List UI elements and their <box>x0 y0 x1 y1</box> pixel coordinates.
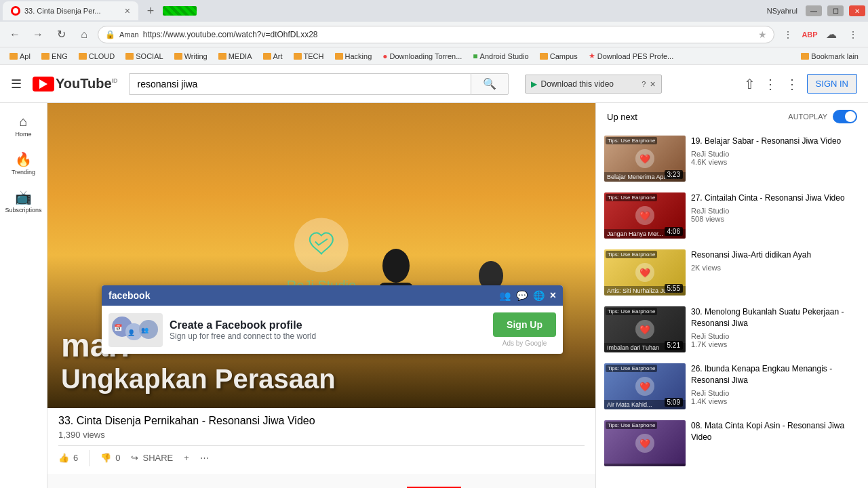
autoplay-toggle[interactable] <box>833 110 857 123</box>
facebook-ad-icons-group: 📅 👤 👥 <box>108 313 163 347</box>
bookmark-android-studio[interactable]: ■ Android Studio <box>469 50 532 62</box>
cloud-icon[interactable]: ☁ <box>822 25 841 44</box>
youtube-header: ☰ YouTubeID 🔍 ▶ Download this video ? × … <box>0 65 868 103</box>
upload-icon[interactable]: ⇧ <box>744 76 755 92</box>
list-item[interactable]: Tips: Use Earphone ❤️ Jangan Hanya Mer..… <box>596 187 868 244</box>
facebook-ad-content: Create a Facebook profile Sign up for fr… <box>170 319 486 341</box>
fb-people-icon: 👥 <box>499 290 511 301</box>
autoplay-section: AUTOPLAY <box>788 110 857 123</box>
video-player[interactable]: ReJi Studio <box>47 103 595 408</box>
add-to-button[interactable]: + <box>184 449 189 467</box>
recommended-video-list: Tips: Use Earphone ❤️ Belajar Menerima A… <box>596 130 868 488</box>
extensions-icon[interactable]: ⋮ <box>778 25 797 44</box>
youtube-main: ⌂ Home 🔥 Trending 📺 Subscriptions <box>0 103 868 488</box>
list-item[interactable]: Tips: Use Earphone ❤️ Air Mata Kahid... … <box>596 358 868 415</box>
chrome-menu-icon[interactable]: ⋮ <box>844 25 863 44</box>
sidebar-item-subscriptions[interactable]: 📺 Subscriptions <box>2 184 45 219</box>
tab-close-button[interactable]: × <box>125 5 130 16</box>
home-button[interactable]: ⌂ <box>75 25 94 44</box>
header-right: ⇧ ⋮ ⋮ SIGN IN <box>744 74 857 94</box>
maximize-button[interactable]: ☐ <box>827 5 844 16</box>
facebook-signup-button[interactable]: Sign Up <box>493 312 556 337</box>
signin-button[interactable]: SIGN IN <box>807 74 857 94</box>
facebook-ad-subtitle: Sign up for free and connect to the worl… <box>170 331 486 341</box>
list-item[interactable]: Tips: Use Earphone ❤️ 08. Mata Cinta Kop… <box>596 415 868 472</box>
download-question-icon[interactable]: ? <box>642 80 646 88</box>
forward-button[interactable]: → <box>28 25 47 44</box>
facebook-ad-header-icons: 👥 💬 🌐 × <box>499 289 556 302</box>
bookmark-art[interactable]: Art <box>259 51 287 62</box>
heart-thumb-icon: ❤️ <box>635 206 654 225</box>
search-bar: 🔍 <box>129 73 509 95</box>
close-button[interactable]: ✕ <box>849 5 865 16</box>
url-text[interactable]: https://www.youtube.com/watch?v=dtOhfDLx… <box>143 30 754 39</box>
bookmark-bookmark-lain[interactable]: Bookmark lain <box>797 51 863 62</box>
sidebar-header: Up next AUTOPLAY <box>596 103 868 130</box>
share-button[interactable]: ↪ SHARE <box>131 449 173 467</box>
bookmark-hacking[interactable]: Hacking <box>331 51 376 62</box>
bookmark-star-icon[interactable]: ★ <box>758 29 767 40</box>
video-info-section: 33. Cinta Disenja Pernikahan - Resonansi… <box>47 408 595 474</box>
fb-chat-icon: 💬 <box>516 290 528 301</box>
video-thumbnail: Tips: Use Earphone ❤️ Imbalan dari Tuhan… <box>604 306 686 352</box>
video-view-count: 2K views <box>691 264 860 272</box>
share-label: SHARE <box>142 453 173 463</box>
video-thumbnail: Tips: Use Earphone ❤️ Artis: Siti Nurhal… <box>604 249 686 296</box>
apps-icon[interactable]: ⋮ <box>764 76 777 92</box>
video-view-count: 1.7K views <box>691 340 860 348</box>
new-tab-button[interactable]: + <box>141 1 160 20</box>
video-section: ReJi Studio <box>47 103 595 488</box>
address-bar[interactable]: 🔒 Aman https://www.youtube.com/watch?v=d… <box>98 26 774 43</box>
recommended-video-title: 08. Mata Cinta Kopi Asin - Resonansi Jiw… <box>691 420 860 443</box>
download-banner: ▶ Download this video ? × <box>525 75 662 94</box>
download-close-button[interactable]: × <box>650 79 655 89</box>
adblock-icon[interactable]: ABP <box>800 25 819 44</box>
list-item[interactable]: Tips: Use Earphone ❤️ Artis: Siti Nurhal… <box>596 244 868 301</box>
bookmark-campus[interactable]: Campus <box>536 51 582 62</box>
video-view-count: 1.4K views <box>691 397 860 405</box>
bookmark-social[interactable]: SOCIAL <box>121 51 167 62</box>
browser-tab[interactable]: 33. Cinta Disenja Per... × <box>3 1 138 20</box>
bookmark-downloading-torrent[interactable]: ● Downloading Torren... <box>378 50 466 62</box>
reload-button[interactable]: ↻ <box>52 25 71 44</box>
search-input[interactable] <box>129 73 471 95</box>
bookmark-cloud[interactable]: CLOUD <box>75 51 119 62</box>
browser-frame: 33. Cinta Disenja Per... × + NSyahrul — … <box>0 0 868 488</box>
video-channel: ReJi Studio <box>691 389 860 397</box>
sidebar-item-home[interactable]: ⌂ Home <box>2 108 45 143</box>
title-bar: 33. Cinta Disenja Per... × + NSyahrul — … <box>0 0 868 22</box>
youtube-logo[interactable]: YouTubeID <box>33 76 118 92</box>
bookmark-apl[interactable]: Apl <box>5 51 35 62</box>
folder-icon <box>218 53 226 60</box>
youtube-logo-icon <box>33 77 54 92</box>
bookmark-eng[interactable]: ENG <box>37 51 72 62</box>
recommended-video-title: Resonansi Jiwa-Arti didikan Ayah <box>691 249 860 261</box>
video-thumbnail: Tips: Use Earphone ❤️ Jangan Hanya Mer..… <box>604 192 686 239</box>
facebook-ad-close-button[interactable]: × <box>550 289 556 302</box>
svg-text:📅: 📅 <box>114 323 123 332</box>
video-view-count: 4.6K views <box>691 158 860 166</box>
video-meta: 27. Cintailah Cinta - Resonansi Jiwa Vid… <box>691 192 860 239</box>
dislike-button[interactable]: 👎 0 <box>100 449 120 467</box>
like-button[interactable]: 👍 6 <box>58 449 78 467</box>
bookmark-download-pes[interactable]: ★ Download PES Profe... <box>585 50 678 62</box>
bookmark-writing[interactable]: Writing <box>170 51 212 62</box>
add-icon: + <box>184 453 189 463</box>
hamburger-menu-icon[interactable]: ☰ <box>11 77 22 92</box>
toolbar-icons: ⋮ ABP ☁ ⋮ <box>778 25 863 44</box>
folder-icon <box>41 53 50 60</box>
search-button[interactable]: 🔍 <box>471 73 509 95</box>
bookmark-tech[interactable]: TECH <box>290 51 328 62</box>
folder-icon <box>294 53 302 60</box>
more-options-icon[interactable]: ⋮ <box>785 76 799 92</box>
fb-icons-svg: 📅 👤 👥 <box>108 313 163 347</box>
back-button[interactable]: ← <box>5 25 24 44</box>
folder-icon <box>540 53 548 60</box>
minimize-button[interactable]: — <box>806 5 822 16</box>
list-item[interactable]: Tips: Use Earphone ❤️ Imbalan dari Tuhan… <box>596 301 868 358</box>
bookmark-media[interactable]: MEDIA <box>214 51 256 62</box>
list-item[interactable]: Tips: Use Earphone ❤️ Belajar Menerima A… <box>596 130 868 187</box>
video-channel: ReJi Studio <box>691 207 860 215</box>
sidebar-item-trending[interactable]: 🔥 Trending <box>2 146 45 181</box>
more-options-button[interactable]: ⋯ <box>200 449 209 467</box>
